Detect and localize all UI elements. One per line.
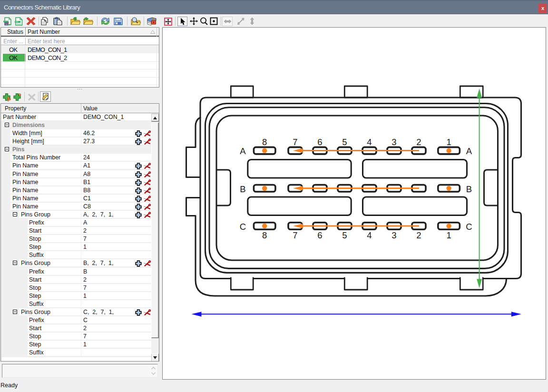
svg-text:2: 2 — [416, 137, 421, 147]
svg-text:4: 4 — [367, 230, 372, 240]
svg-text:7: 7 — [293, 230, 297, 240]
svg-text:6: 6 — [317, 137, 322, 147]
svg-text:1: 1 — [446, 230, 451, 240]
svg-text:7: 7 — [293, 137, 297, 147]
svg-text:2: 2 — [416, 230, 421, 240]
svg-text:1: 1 — [446, 137, 451, 147]
svg-text:B: B — [466, 184, 472, 194]
svg-text:5: 5 — [342, 137, 347, 147]
svg-text:C: C — [240, 222, 246, 232]
svg-text:C: C — [466, 222, 472, 232]
svg-text:A: A — [466, 146, 472, 156]
svg-text:B: B — [240, 184, 245, 194]
svg-text:4: 4 — [367, 137, 372, 147]
svg-text:8: 8 — [262, 230, 267, 240]
svg-text:3: 3 — [391, 137, 396, 147]
svg-text:8: 8 — [262, 137, 267, 147]
svg-text:5: 5 — [342, 230, 347, 240]
svg-text:6: 6 — [317, 230, 322, 240]
svg-text:A: A — [240, 146, 246, 156]
svg-text:3: 3 — [391, 230, 396, 240]
svg-text:xml: xml — [15, 21, 18, 23]
